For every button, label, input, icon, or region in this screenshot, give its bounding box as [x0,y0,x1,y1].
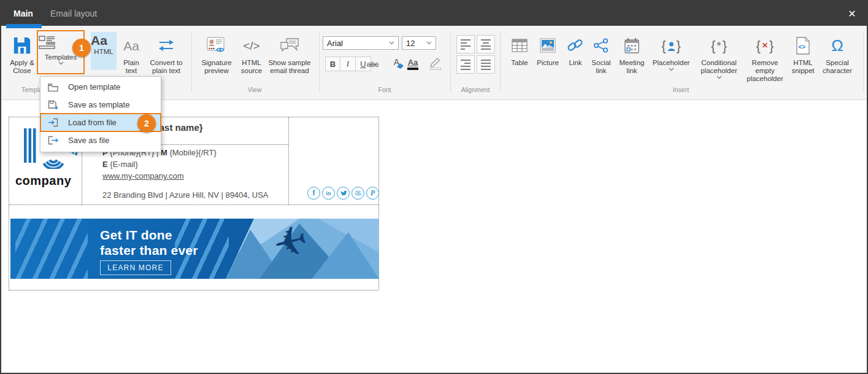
brace-open-glyph: { [661,42,666,50]
insert-meeting-link-button[interactable]: Meeting link [616,33,648,75]
remove-empty-placeholder-icon: { ✕ } [745,33,785,58]
menu-item-label: Load from file [68,118,117,127]
insert-html-snippet-button[interactable]: <> HTML snippet [788,33,818,75]
website-link[interactable]: www.my-company.com [102,170,217,182]
open-template-icon [48,83,61,92]
font-size-select[interactable]: 12 [402,36,436,50]
conditional-placeholder-label: Conditional placeholder [694,59,743,75]
menu-item-save-as-file[interactable]: Save as file [40,131,161,149]
pinterest-icon[interactable]: P [366,187,379,200]
align-center-button[interactable] [477,35,495,53]
highlight-color-swatch [430,68,441,70]
signature-preview-button[interactable]: Signature preview [196,33,237,75]
tab-email-layout[interactable]: Email layout [50,9,97,18]
twitter-bird [340,190,347,197]
html-snippet-icon: <> [788,33,818,58]
social-icons-row: f in You Tube P [307,187,379,200]
menu-item-save-as-template[interactable]: Save as template [40,96,161,114]
youtube-icon[interactable]: You Tube [351,187,364,200]
signature-address: 22 Branding Blvd | Azure Hill, NV | 8940… [102,190,269,200]
apply-and-close-label: Apply & Close [6,59,38,75]
close-icon[interactable]: ✕ [846,8,858,20]
menu-item-label: Save as template [68,100,129,109]
learn-more-button[interactable]: LEARN MORE [100,260,171,275]
eraser-icon [396,63,404,69]
brace-open-glyph: { [756,42,761,50]
chevron-down-icon [716,76,722,79]
asterisk-glyph: * [716,42,721,50]
placeholder-icon: { } [650,33,692,58]
meeting-link-calendar-icon [616,33,648,58]
group-label-alignment: Alignment [456,86,494,93]
email-label: E [102,160,108,169]
align-right-button[interactable] [456,55,475,74]
strikethrough-button[interactable]: abc [367,60,378,69]
apply-and-close-button[interactable]: Apply & Close [6,33,38,75]
highlight-pen-button[interactable] [429,56,442,70]
remove-empty-placeholder-label: Remove empty placeholder [745,59,785,83]
font-color-button[interactable]: Aa [407,58,418,70]
signature-preview-icon [196,33,237,58]
font-family-select[interactable]: Arial [323,36,399,50]
table-cell-border [288,117,289,205]
plain-text-aa-icon: Aa [118,33,144,58]
youtube-glyph: You Tube [355,191,361,196]
banner-headline-line2: faster than ever [100,243,198,258]
facebook-icon[interactable]: f [307,187,320,200]
save-as-template-icon [48,100,61,110]
html-source-button[interactable]: </> HTML source [238,33,265,75]
brace-close-glyph: } [677,42,681,50]
insert-link-button[interactable]: Link [564,33,586,67]
brace-close-glyph: } [769,42,774,50]
banner-headline-line1: Get IT done [100,227,198,243]
company-logo-text: company [15,174,84,188]
html-aa-icon: Aa [91,33,117,48]
align-left-button[interactable] [456,35,475,53]
insert-social-link-button[interactable]: Social link [588,33,615,75]
twitter-icon[interactable] [337,187,350,200]
chevron-down-icon [389,41,394,45]
active-tab-indicator [6,24,42,28]
show-sample-email-thread-button[interactable]: Show sample email thread [265,33,314,75]
picture-icon [534,33,562,58]
group-divider [863,31,864,92]
font-color-swatch [407,68,418,70]
justify-button[interactable] [477,55,495,74]
clear-formatting-button[interactable]: A [389,57,404,69]
italic-button[interactable]: I [340,56,356,71]
remove-empty-placeholder-button[interactable]: { ✕ } Remove empty placeholder [745,33,785,83]
html-mode-label: HTML [91,48,117,55]
group-label-insert: Insert [669,86,693,93]
plain-text-mode-button[interactable]: Aa Plain text [118,33,144,75]
menu-item-open-template[interactable]: Open template [40,78,161,96]
strikethrough-glyph: abc [367,60,378,69]
promo-banner[interactable]: ✈ Get IT done faster than ever LEARN MOR… [10,219,379,279]
insert-placeholder-button[interactable]: { } Placeholder [650,33,692,71]
mobile-value: {Mobile}{/RT} [167,148,217,157]
convert-to-plain-text-button[interactable]: Convert to plain text [146,33,186,75]
save-icon [6,33,38,58]
picture-label: Picture [534,59,562,67]
brace-close-glyph: } [723,42,727,50]
linkedin-glyph: in [326,190,331,197]
html-mode-button[interactable]: Aa HTML [91,32,117,70]
linkedin-icon[interactable]: in [322,187,335,200]
callout-badge-1: 1 [72,39,91,57]
omega-glyph: Ω [831,42,843,50]
plain-aa-glyph: Aa [123,42,139,50]
bold-button[interactable]: B [325,56,340,71]
html-source-label: HTML source [238,59,265,75]
insert-conditional-placeholder-button[interactable]: { * } Conditional placeholder [694,33,743,79]
font-size-value: 12 [406,39,415,48]
tab-main[interactable]: Main [13,9,33,18]
html-source-icon: </> [238,33,265,58]
insert-special-character-button[interactable]: Ω Special character [820,33,855,75]
html-snippet-label: HTML snippet [788,59,818,75]
table-icon [508,33,531,58]
insert-table-button[interactable]: Table [508,33,531,67]
insert-picture-button[interactable]: Picture [534,33,562,67]
group-divider [500,31,501,92]
pinterest-glyph: P [371,189,375,198]
font-color-glyph: Aa [408,58,418,67]
table-cell-border [9,205,378,205]
